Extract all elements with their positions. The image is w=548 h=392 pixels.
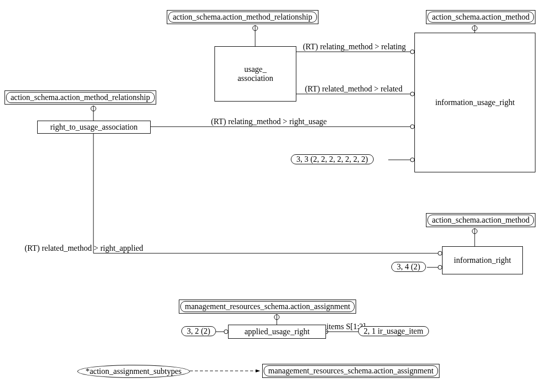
ref-mgmt-action-assignment-1: management_resources_schema.action_assig… (179, 300, 356, 314)
ellipse-label: *action_assignment_subtypes (85, 367, 181, 376)
label-related-method-related: (RT) related_method > related (305, 84, 402, 93)
ref-action-method-relationship-2: action_schema.action_method_relationship (167, 10, 318, 24)
entity-label: information_usage_right (435, 98, 514, 107)
svg-point-7 (410, 125, 414, 129)
entity-applied-usage-right: applied_usage_right (228, 325, 326, 339)
pill-page-ref-3: 3, 2 (2) (181, 326, 216, 336)
pill-ir-usage-item: 2, 1 ir_usage_item (358, 326, 429, 336)
entity-information-right: information_right (442, 246, 523, 274)
svg-point-8 (410, 158, 414, 162)
ref-label: action_schema.action_method (432, 13, 529, 21)
entity-right-to-usage-association: right_to_usage_association (37, 121, 151, 134)
ref-label: action_schema.action_method (432, 216, 529, 224)
ref-action-method-relationship-1: action_schema.action_method_relationship (5, 90, 156, 105)
label-relating-method-relating: (RT) relating_method > relating (303, 42, 406, 51)
ref-label: action_schema.action_method_relationship (11, 93, 150, 102)
svg-point-5 (410, 50, 414, 54)
pill-page-ref-2: 3, 4 (2) (391, 262, 426, 272)
svg-point-6 (410, 92, 414, 96)
ref-label: action_schema.action_method_relationship (173, 13, 312, 21)
svg-point-11 (224, 330, 228, 334)
ellipse-action-assignment-subtypes: *action_assignment_subtypes (77, 365, 190, 378)
ref-label: management_resources_schema.action_assig… (185, 302, 350, 311)
entity-information-usage-right: information_usage_right (414, 33, 535, 172)
entity-label: information_right (454, 256, 511, 265)
entity-usage-association: usage_ association (214, 46, 296, 102)
svg-point-10 (438, 265, 442, 269)
svg-point-9 (438, 251, 442, 255)
entity-label: right_to_usage_association (50, 123, 138, 132)
label-related-method-right-applied: (RT) related_method > right_applied (25, 244, 143, 253)
ref-label: management_resources_schema.action_assig… (268, 366, 433, 375)
label-relating-method-right-usage: (RT) relating_method > right_usage (211, 117, 327, 126)
pill-page-ref-1: 3, 3 (2, 2, 2, 2, 2, 2, 2) (291, 154, 374, 164)
entity-label: applied_usage_right (245, 327, 310, 336)
ref-action-method-2: action_schema.action_method (426, 213, 535, 227)
ref-mgmt-action-assignment-2: management_resources_schema.action_assig… (262, 364, 440, 378)
entity-label: usage_ association (238, 65, 273, 83)
ref-action-method-1: action_schema.action_method (426, 10, 535, 24)
